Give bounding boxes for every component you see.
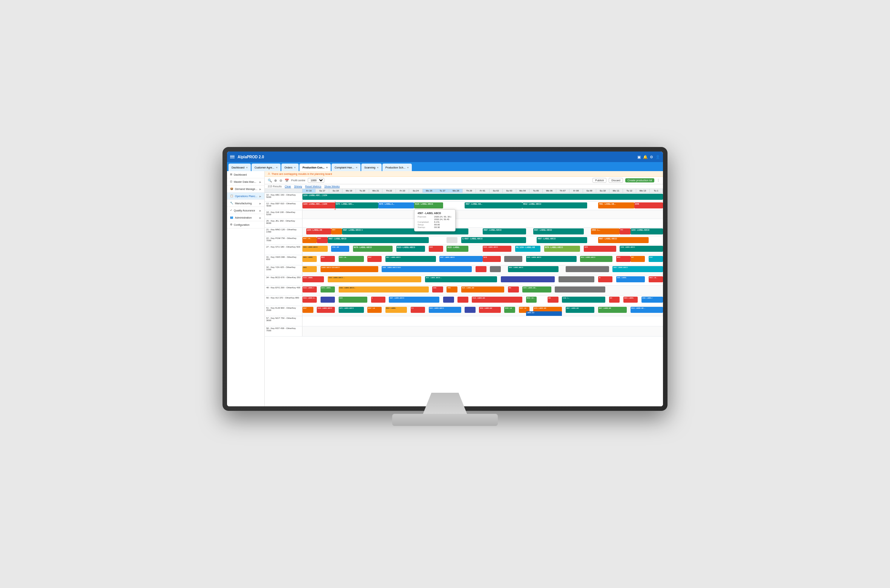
tab-scanning[interactable]: Scanning × xyxy=(361,164,382,171)
bar-r27-7[interactable]: 9123 - LABEL ABCO xyxy=(483,246,511,252)
search-icon[interactable]: 🔍 xyxy=(268,179,272,182)
bar-r34-4[interactable] xyxy=(501,276,555,282)
bar-r27-11[interactable]: 1234 - LABEL ABCO xyxy=(620,246,663,252)
sidebar-item-quality[interactable]: ✓ Quality Assurance ▶ xyxy=(227,207,264,214)
show-weeks-link[interactable]: Show Weeks xyxy=(324,185,340,188)
bar-r31-13[interactable]: 4747 xyxy=(649,256,663,262)
bar-r50-13[interactable]: 9923 - LABEL xyxy=(623,297,638,303)
bar-r48-7[interactable]: 891 xyxy=(508,286,519,292)
tab-scanning-close[interactable]: × xyxy=(377,166,379,169)
bar-r12-3[interactable]: 5678 - LABEL A... xyxy=(378,202,414,208)
bar-r50-4[interactable]: 1 xyxy=(371,297,385,303)
bar-r12-4[interactable]: 9123 - LABEL ABCO xyxy=(414,202,443,208)
settings-icon[interactable]: ⚙ xyxy=(650,155,653,159)
bar-r34-5[interactable] xyxy=(559,276,595,282)
bar-r27-1[interactable]: 3456 - LABEL ABCO xyxy=(302,246,328,252)
publish-button[interactable]: Publish xyxy=(592,178,606,183)
bar-r27-3[interactable]: 5678 - LABEL ABCO xyxy=(353,246,393,252)
bar-r22-2[interactable]: 4567 xyxy=(317,237,328,243)
bar-r50-2[interactable] xyxy=(321,297,335,303)
bar-r32-6[interactable]: 5856 - LABEL ABCO xyxy=(508,266,559,272)
zoom-in-icon[interactable]: ⊕ xyxy=(274,179,277,182)
clear-link[interactable]: Clear xyxy=(285,185,291,188)
bar-r51-10[interactable]: 9123 - LA xyxy=(504,307,515,313)
bar-r22-4[interactable] xyxy=(447,237,457,243)
bar-r50-3[interactable]: 9123 xyxy=(339,297,367,303)
sidebar-item-dashboard[interactable]: ⊞ Dashboard xyxy=(227,171,264,178)
bar-r27-8[interactable]: 89 | 1234 - LABEL AB xyxy=(515,246,540,252)
tab-complaint[interactable]: Complaint Han... × xyxy=(331,164,361,171)
bar-r50-10[interactable]: 321 xyxy=(548,297,559,303)
tab-orders[interactable]: Orders × xyxy=(281,164,299,171)
bar-r34-6[interactable]: 21 xyxy=(598,276,612,282)
sidebar-item-operations[interactable]: 📋 Operations Planc... ▶ xyxy=(227,193,264,200)
bar-r21-4[interactable]: 4567 - LABEL ABCD xyxy=(483,228,526,234)
bar-r50-1[interactable]: 9923 - LABEL ABCO xyxy=(302,297,317,303)
tab-production-sch[interactable]: Production Sch... × xyxy=(382,164,412,171)
sidebar-item-manufacturing[interactable]: 🔧 Manufacturing ▶ xyxy=(227,200,264,207)
tab-complaint-close[interactable]: × xyxy=(356,166,358,169)
zoom-out-icon[interactable]: ⊖ xyxy=(279,179,282,182)
reset-link[interactable]: Reset Metrics xyxy=(305,185,321,188)
notifications-icon[interactable]: 🔔 xyxy=(643,155,648,159)
bar-r48-3[interactable]: 1234... LABEL ABCO... xyxy=(339,286,429,292)
bar-r31-8[interactable] xyxy=(504,256,522,262)
bar-r27-4[interactable]: 9123 - LABEL ABCO xyxy=(396,246,425,252)
bar-r27-2[interactable]: 1234 - AB xyxy=(331,246,349,252)
bar-r50-9[interactable]: 8912 - LABEL # xyxy=(526,297,537,303)
sidebar-item-configuration[interactable]: ⚙ Configuration xyxy=(227,221,264,228)
bar-r48-4[interactable]: 2345 xyxy=(432,286,443,292)
bar-r31-4[interactable]: 4567 xyxy=(367,256,382,262)
tab-production-con-close[interactable]: × xyxy=(326,166,328,169)
bar-r31-1[interactable]: 3455 - LABEL xyxy=(302,256,317,262)
bar-r51-4[interactable]: 4567 - LA xyxy=(367,307,382,313)
bar-r22-1[interactable]: 4567 - LA... xyxy=(302,237,317,243)
bar-r22-7[interactable]: 4567 - LABEL ABCO xyxy=(598,237,649,243)
bar-r48-8[interactable]: 3678 - LABEL AB... xyxy=(522,286,551,292)
bar-r51-2[interactable]: 9123 - LABEL ABCO xyxy=(317,307,335,313)
bar-r21-8[interactable]: 1234 - LABEL ABCD xyxy=(631,228,663,234)
bar-r48-9[interactable] xyxy=(555,286,605,292)
bar-r34-7[interactable]: 2345 - LABEL xyxy=(616,276,645,282)
bar-r51-13[interactable]: 4567 - LABEL AB xyxy=(566,307,594,313)
bar-r31-11[interactable]: 3912 xyxy=(616,256,631,262)
bar-r31-10[interactable]: 8912 - LABEL ABCO xyxy=(580,256,612,262)
bar-r48-5[interactable]: 7891 xyxy=(447,286,457,292)
tab-customer[interactable]: Customer Agre... × xyxy=(252,164,281,171)
bar-r12-1[interactable]: 1234 - LABEL ABC... | 1234 xyxy=(302,202,335,208)
bar-r50-14[interactable]: 1234 - LABEL / xyxy=(641,297,663,303)
create-production-lot-button[interactable]: Create production lot xyxy=(625,178,654,182)
bar-r32-8[interactable]: 3456 - LABEL ABCO xyxy=(612,266,663,272)
tab-production-con[interactable]: Production Con... × xyxy=(299,164,331,171)
more-icon[interactable]: ⋮ xyxy=(657,179,660,182)
bar-r21-1[interactable]: 1234 - LABEL AB xyxy=(306,228,331,234)
sidebar-item-master-data[interactable]: ⊡ Master Data Man... ▶ xyxy=(227,178,264,185)
bar-r12-6[interactable]: 8912 - LABEL ABCO xyxy=(522,202,587,208)
bar-r21-5[interactable]: 4567 - LABEL ABCD xyxy=(533,228,584,234)
bar-r21-7[interactable]: 912 xyxy=(620,228,631,234)
bar-r32-4[interactable] xyxy=(476,266,486,272)
bar-r31-7[interactable]: 5678 xyxy=(483,256,501,262)
sidebar-item-demand[interactable]: 📦 Demand Manage... ▶ xyxy=(227,185,264,193)
bar-r31-9[interactable]: 9123 - LABEL ABCO xyxy=(526,256,577,262)
bar-r31-3[interactable]: 9123 - LA... xyxy=(339,256,364,262)
bar-r50-5[interactable]: 4567 - LABEL ABCO xyxy=(389,297,439,303)
bar-r34-8[interactable]: 8912 - LA... xyxy=(649,276,663,282)
bar-r51-7[interactable]: 9123 - LABEL ABCO xyxy=(429,307,461,313)
bar-r12-8[interactable]: 2345 xyxy=(634,202,663,208)
bar-r50-6[interactable] xyxy=(443,297,454,303)
bar-r50-7[interactable] xyxy=(457,297,468,303)
bar-r10-1[interactable]: 1234 - LABEL ABC... | 1234 xyxy=(302,194,663,200)
bar-r50-11[interactable]: 1234 - L... xyxy=(562,297,605,303)
tab-dashboard-close[interactable]: × xyxy=(246,166,248,169)
tab-orders-close[interactable]: × xyxy=(294,166,296,169)
bar-r31-2[interactable]: 8912 xyxy=(321,256,335,262)
bar-r27-5[interactable]: 9123 xyxy=(429,246,443,252)
discard-button[interactable]: Discard xyxy=(609,178,623,183)
tab-customer-close[interactable]: × xyxy=(276,166,278,169)
bar-r51-5[interactable]: 8912 - LABEL xyxy=(385,307,407,313)
calendar-icon[interactable]: 📅 xyxy=(285,179,289,182)
bar-r51-1[interactable]: 4567 xyxy=(302,307,313,313)
bar-r48-2[interactable]: 5678 - LABEL xyxy=(321,286,335,292)
bar-r50-8[interactable]: 9123 - LABEL AB xyxy=(472,297,522,303)
